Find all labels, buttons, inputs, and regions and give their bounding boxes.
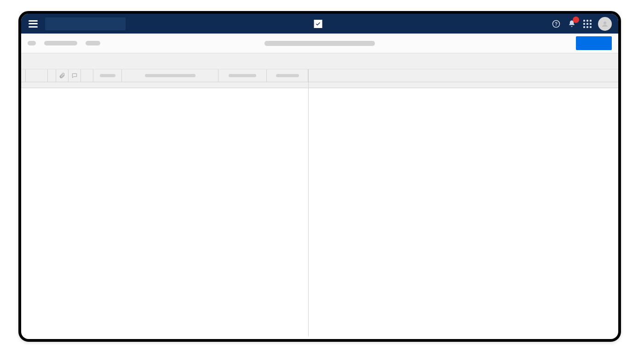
sheet-toolbar bbox=[21, 34, 618, 53]
col-category[interactable] bbox=[218, 69, 267, 82]
user-avatar[interactable] bbox=[598, 17, 612, 31]
svg-point-2 bbox=[604, 21, 606, 24]
gantt-header bbox=[309, 69, 618, 82]
top-nav-bar: ? bbox=[21, 14, 618, 34]
breadcrumb-segment[interactable] bbox=[28, 41, 36, 45]
col-status[interactable] bbox=[93, 69, 122, 82]
col-expand bbox=[21, 69, 26, 82]
brand-logo bbox=[314, 20, 326, 28]
col-attachments bbox=[56, 69, 69, 82]
formatting-toolbar bbox=[21, 53, 618, 69]
sheet-title[interactable] bbox=[264, 41, 375, 46]
search-input[interactable] bbox=[45, 17, 126, 30]
share-button[interactable] bbox=[576, 36, 612, 50]
col-flag bbox=[48, 69, 56, 82]
col-assignee[interactable] bbox=[267, 69, 308, 82]
apps-grid-icon[interactable] bbox=[582, 19, 592, 29]
svg-text:?: ? bbox=[555, 21, 558, 26]
menu-icon[interactable] bbox=[29, 20, 38, 28]
main-panel bbox=[21, 69, 618, 336]
grid-header-row bbox=[21, 69, 308, 82]
brand-mark-icon bbox=[314, 20, 322, 28]
breadcrumb-segment[interactable] bbox=[44, 41, 77, 45]
notification-badge bbox=[573, 17, 579, 23]
col-row-number bbox=[26, 69, 48, 82]
grid-panel bbox=[21, 69, 309, 336]
gantt-timescale bbox=[309, 82, 618, 88]
col-reminders bbox=[81, 69, 93, 82]
breadcrumb-segment[interactable] bbox=[86, 41, 100, 45]
col-task-name[interactable] bbox=[122, 69, 218, 82]
help-icon[interactable]: ? bbox=[551, 19, 561, 29]
notifications-icon[interactable] bbox=[567, 19, 577, 29]
app-window: ? bbox=[18, 11, 621, 342]
col-comments bbox=[69, 69, 81, 82]
gantt-chart-area[interactable] bbox=[309, 88, 618, 336]
gantt-panel bbox=[309, 69, 618, 336]
